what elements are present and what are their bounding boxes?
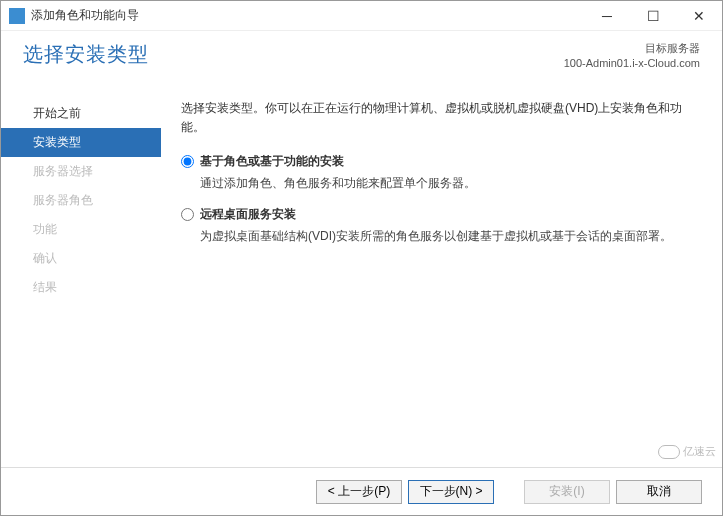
option-role-based-label: 基于角色或基于功能的安装 [200, 153, 344, 170]
previous-button[interactable]: < 上一步(P) [316, 480, 402, 504]
sidebar-item-installation-type[interactable]: 安装类型 [1, 128, 161, 157]
next-button[interactable]: 下一步(N) > [408, 480, 494, 504]
minimize-button[interactable]: ─ [584, 1, 630, 31]
option-role-based-desc: 通过添加角色、角色服务和功能来配置单个服务器。 [200, 174, 692, 192]
sidebar-item-confirmation: 确认 [1, 244, 161, 273]
sidebar-item-server-selection: 服务器选择 [1, 157, 161, 186]
sidebar-item-features: 功能 [1, 215, 161, 244]
maximize-button[interactable]: ☐ [630, 1, 676, 31]
target-server-block: 目标服务器 100-Admin01.i-x-Cloud.com [564, 41, 700, 72]
option-rds-desc: 为虚拟桌面基础结构(VDI)安装所需的角色服务以创建基于虚拟机或基于会话的桌面部… [200, 227, 692, 245]
titlebar: 添加角色和功能向导 ─ ☐ ✕ [1, 1, 722, 31]
sidebar-item-results: 结果 [1, 273, 161, 302]
close-button[interactable]: ✕ [676, 1, 722, 31]
cancel-button[interactable]: 取消 [616, 480, 702, 504]
option-role-based-radio[interactable] [181, 155, 194, 168]
sidebar-item-before-you-begin[interactable]: 开始之前 [1, 99, 161, 128]
option-rds[interactable]: 远程桌面服务安装 [181, 206, 692, 223]
sidebar-item-server-roles: 服务器角色 [1, 186, 161, 215]
window-title: 添加角色和功能向导 [31, 7, 139, 24]
target-server-name: 100-Admin01.i-x-Cloud.com [564, 56, 700, 71]
watermark-text: 亿速云 [683, 444, 716, 459]
option-rds-label: 远程桌面服务安装 [200, 206, 296, 223]
watermark: 亿速云 [658, 444, 716, 459]
header: 选择安装类型 目标服务器 100-Admin01.i-x-Cloud.com [1, 31, 722, 91]
window-controls: ─ ☐ ✕ [584, 1, 722, 31]
target-server-label: 目标服务器 [564, 41, 700, 56]
cloud-icon [658, 445, 680, 459]
install-button: 安装(I) [524, 480, 610, 504]
wizard-body: 开始之前 安装类型 服务器选择 服务器角色 功能 确认 结果 选择安装类型。你可… [1, 91, 722, 467]
wizard-sidebar: 开始之前 安装类型 服务器选择 服务器角色 功能 确认 结果 [1, 91, 161, 467]
wizard-footer: < 上一步(P) 下一步(N) > 安装(I) 取消 [1, 467, 722, 515]
option-role-based[interactable]: 基于角色或基于功能的安装 [181, 153, 692, 170]
wizard-content: 选择安装类型。你可以在正在运行的物理计算机、虚拟机或脱机虚拟硬盘(VHD)上安装… [161, 91, 722, 467]
option-rds-radio[interactable] [181, 208, 194, 221]
app-icon [9, 8, 25, 24]
intro-text: 选择安装类型。你可以在正在运行的物理计算机、虚拟机或脱机虚拟硬盘(VHD)上安装… [181, 99, 692, 137]
